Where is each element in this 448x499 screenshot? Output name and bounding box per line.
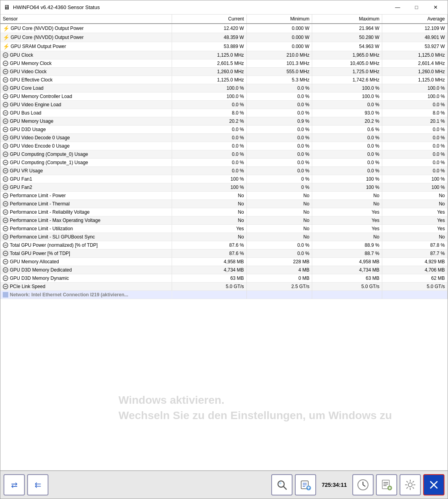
table-row: GPU D3D Usage0.0 %0.0 %0.6 %0.0 % — [0, 126, 448, 134]
min-value: No — [246, 233, 312, 241]
nav-back-button[interactable]: ⇄ — [4, 474, 25, 495]
svg-line-25 — [413, 487, 414, 489]
current-value: 0.0 % — [172, 150, 246, 159]
sensor-table-container: Sensor Current Minimum Maximum Average ⚡… — [0, 15, 448, 470]
sensor-label: Performance Limit - Power — [10, 193, 66, 198]
table-row: Performance Limit - PowerNoNoNoNo — [0, 192, 448, 200]
avg-value: 48.901 W — [382, 33, 447, 42]
sensor-label: Performance Limit - SLI GPUBoost Sync — [10, 234, 95, 240]
current-value: No — [172, 208, 246, 216]
settings-button[interactable] — [400, 474, 421, 495]
export-button[interactable] — [295, 474, 316, 495]
min-value: 210.0 MHz — [246, 51, 312, 59]
max-value: 1,742.6 MHz — [312, 76, 382, 84]
max-value: 5.0 GT/s — [312, 283, 382, 291]
table-row: GPU Bus Load8.0 %0.0 %93.0 %8.0 % — [0, 109, 448, 117]
current-value: 2,601.5 MHz — [172, 59, 246, 68]
max-value: 63 MB — [312, 274, 382, 283]
sensor-name-cell: Performance Limit - Max Operating Voltag… — [0, 216, 172, 224]
sensor-name-cell: Performance Limit - Reliability Voltage — [0, 208, 172, 216]
sensor-name-cell: GPU Memory Usage — [0, 117, 172, 125]
avg-value: 62 MB — [382, 274, 447, 283]
min-value: 0.0 % — [246, 92, 312, 101]
close-x-icon — [428, 479, 439, 490]
minimize-button[interactable]: — — [389, 2, 407, 13]
window-title: HWiNFO64 v6.42-4360 Sensor Status — [13, 4, 389, 10]
avg-value: 8.0 % — [382, 109, 447, 117]
avg-value: 5.0 GT/s — [382, 283, 447, 291]
sensor-label: GPU Video Encode 0 Usage — [10, 143, 70, 149]
table-row: GPU Memory Clock2,601.5 MHz101.3 MHz10,4… — [0, 59, 448, 68]
max-value: 100.0 % — [312, 92, 382, 101]
clock-button[interactable] — [352, 474, 374, 495]
min-value: No — [246, 200, 312, 208]
sensor-name-cell: ⚡GPU SRAM Output Power — [0, 42, 172, 51]
table-row: GPU Computing (Compute_1) Usage0.0 %0.0 … — [0, 159, 448, 167]
sensor-label: GPU Computing (Compute_1) Usage — [10, 160, 88, 165]
min-value: No — [246, 225, 312, 233]
circle-minus-icon — [3, 193, 8, 198]
min-value: 2.5 GT/s — [246, 283, 312, 291]
table-row-partial: Network: Intel Ethernet Connection I219 … — [0, 291, 448, 299]
max-value: 88.9 % — [312, 241, 382, 250]
max-value: Yes — [312, 208, 382, 216]
log-button[interactable] — [376, 474, 397, 495]
sensor-name-cell: GPU Effective Clock — [0, 76, 172, 84]
log-icon — [381, 479, 392, 490]
table-row: Performance Limit - Reliability VoltageN… — [0, 208, 448, 216]
current-value: 0.0 % — [172, 134, 246, 142]
max-value: 1,725.0 MHz — [312, 68, 382, 76]
sensor-search-button[interactable] — [271, 474, 292, 495]
current-value: 100.0 % — [172, 92, 246, 101]
circle-minus-icon — [3, 218, 8, 223]
current-value: 0.0 % — [172, 101, 246, 109]
min-value: 0.0 % — [246, 126, 312, 134]
table-row: Performance Limit - Max Operating Voltag… — [0, 216, 448, 225]
table-row: Total GPU Power [% of TDP]87.6 %0.0 %88.… — [0, 250, 448, 258]
network-section-label: Network: Intel Ethernet Connection I219 … — [10, 292, 128, 298]
max-value: 54.963 W — [312, 42, 382, 51]
current-value: 1,125.0 MHz — [172, 51, 246, 59]
maximize-button[interactable]: □ — [407, 2, 426, 13]
avg-value: 87.8 % — [382, 241, 447, 250]
sensor-label: Performance Limit - Thermal — [10, 201, 70, 207]
exit-button[interactable] — [423, 474, 444, 495]
max-value: No — [312, 200, 382, 208]
current-value: 0.0 % — [172, 159, 246, 167]
circle-minus-icon — [3, 168, 8, 174]
min-value: No — [246, 216, 312, 225]
sensor-name-cell: Performance Limit - SLI GPUBoost Sync — [0, 233, 172, 241]
sensor-name-cell: GPU Computing (Compute_0) Usage — [0, 150, 172, 158]
circle-minus-icon — [3, 234, 8, 240]
min-value: 0.0 % — [246, 84, 312, 92]
avg-value: 0.0 % — [382, 101, 447, 109]
windows-watermark: Windows aktivieren. Wechseln Sie zu den … — [118, 392, 392, 423]
current-value: 63 MB — [172, 274, 246, 283]
circle-minus-icon — [3, 102, 8, 107]
current-value: 8.0 % — [172, 109, 246, 117]
circle-minus-icon — [3, 135, 8, 140]
current-value: 5.0 GT/s — [172, 283, 246, 291]
sensor-name-cell: GPU Computing (Compute_1) Usage — [0, 159, 172, 166]
max-value: 88.7 % — [312, 250, 382, 258]
sensor-name-cell-partial: Network: Intel Ethernet Connection I219 … — [0, 291, 172, 299]
current-value: No — [172, 233, 246, 241]
table-row: ⚡GPU Core (NVVDD) Output Power48.359 W0.… — [0, 33, 448, 42]
avg-value: Yes — [382, 208, 447, 216]
table-row: GPU Core Load100.0 %0.0 %100.0 %100.0 % — [0, 84, 448, 92]
nav-forward-button[interactable]: ⇇ — [27, 474, 48, 495]
close-button[interactable]: ✕ — [426, 2, 444, 13]
min-value: 0.0 % — [246, 150, 312, 159]
sensor-label: Performance Limit - Max Operating Voltag… — [10, 218, 100, 223]
search-icon — [276, 479, 287, 490]
circle-minus-icon — [3, 77, 8, 83]
avg-value: 100.0 % — [382, 92, 447, 101]
time-display: 725:34:11 — [318, 482, 350, 488]
col-average: Average — [382, 15, 447, 24]
current-value: 100 % — [172, 183, 246, 192]
sensor-label: GPU Video Engine Load — [10, 102, 61, 107]
sensor-name-cell: GPU Memory Clock — [0, 59, 172, 67]
main-window: 🖥 HWiNFO64 v6.42-4360 Sensor Status — □ … — [0, 0, 448, 499]
sensor-name-cell: Performance Limit - Utilization — [0, 225, 172, 233]
circle-minus-icon — [3, 201, 8, 207]
